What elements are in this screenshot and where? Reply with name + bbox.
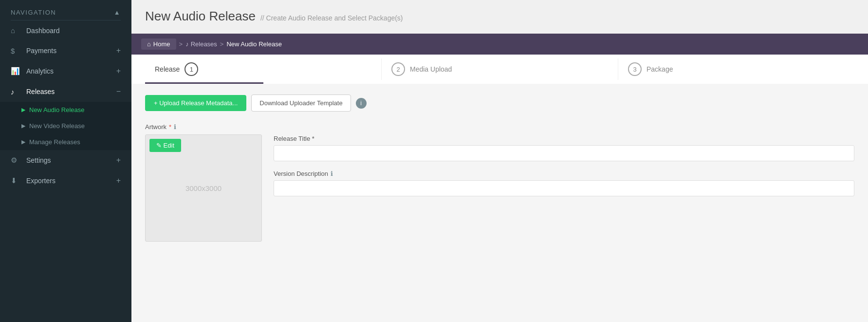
breadcrumb: ⌂ Home > ♪ Releases > New Audio Release xyxy=(131,34,868,55)
form-area: Artwork * ℹ ✎ Edit 3000x3000 Release Tit… xyxy=(145,123,854,242)
settings-icon: ⚙ xyxy=(11,156,20,165)
download-template-button[interactable]: Download Uploader Template xyxy=(251,95,351,112)
stepper-step-release[interactable]: Release 1 xyxy=(145,55,381,84)
release-title-input[interactable] xyxy=(274,145,854,161)
sidebar-submenu-releases: ▶ New Audio Release ▶ New Video Release … xyxy=(0,102,131,150)
artwork-dimensions: 3000x3000 xyxy=(185,184,222,192)
exporters-icon: ⬇ xyxy=(11,176,20,185)
breadcrumb-sep-1: > xyxy=(179,40,183,48)
sidebar-item-new-audio-release[interactable]: ▶ New Audio Release xyxy=(0,102,131,118)
upload-metadata-button[interactable]: + Upload Release Metadata... xyxy=(145,95,246,111)
nav-toggle-icon[interactable]: ▲ xyxy=(114,9,121,16)
stepper-step-media-upload[interactable]: 2 Media Upload xyxy=(382,55,618,84)
stepper-bar: Release 1 2 Media Upload 3 Package xyxy=(131,55,868,84)
step-media-num: 2 xyxy=(391,62,405,76)
page-header: New Audio Release // Create Audio Releas… xyxy=(131,0,868,34)
releases-toggle[interactable]: − xyxy=(116,87,121,96)
settings-toggle[interactable]: + xyxy=(116,156,121,165)
step-release-num: 1 xyxy=(185,62,198,76)
sidebar-item-exporters[interactable]: ⬇ Exporters + xyxy=(0,170,131,191)
breadcrumb-releases-link[interactable]: ♪ Releases xyxy=(185,40,217,48)
music-icon-breadcrumb: ♪ xyxy=(185,40,189,48)
breadcrumb-home-label: Home xyxy=(153,40,170,48)
payments-icon: $ xyxy=(11,47,20,55)
sidebar-item-manage-releases[interactable]: ▶ Manage Releases xyxy=(0,134,131,150)
artwork-box: ✎ Edit 3000x3000 xyxy=(145,134,262,242)
sidebar-item-dashboard[interactable]: ⌂ Dashboard xyxy=(0,20,131,40)
sidebar-item-label-settings: Settings xyxy=(26,156,116,164)
sidebar-item-new-video-release[interactable]: ▶ New Video Release xyxy=(0,118,131,134)
step-media-label: Media Upload xyxy=(410,65,452,73)
sidebar-item-releases[interactable]: ♪ Releases − xyxy=(0,81,131,102)
nav-label-text: NAVIGATION xyxy=(11,9,56,16)
artwork-section: Artwork * ℹ ✎ Edit 3000x3000 xyxy=(145,123,262,242)
stepper-progress xyxy=(145,82,263,84)
sidebar-item-payments[interactable]: $ Payments + xyxy=(0,40,131,61)
breadcrumb-current: New Audio Release xyxy=(226,40,281,48)
release-title-group: Release Title * xyxy=(274,135,854,161)
step-package-num: 3 xyxy=(628,62,642,76)
breadcrumb-home[interactable]: ⌂ Home xyxy=(141,38,176,50)
sidebar-item-analytics[interactable]: 📊 Analytics + xyxy=(0,61,131,81)
sidebar-item-label-exporters: Exporters xyxy=(26,177,116,185)
artwork-info-icon[interactable]: ℹ xyxy=(174,123,176,131)
artwork-label: Artwork * ℹ xyxy=(145,123,262,131)
page-subtitle: // Create Audio Release and Select Packa… xyxy=(260,14,403,22)
version-desc-group: Version Description ℹ xyxy=(274,170,854,196)
artwork-required: * xyxy=(169,123,171,131)
payments-toggle[interactable]: + xyxy=(116,46,121,55)
release-title-label: Release Title * xyxy=(274,135,854,142)
sidebar-item-settings[interactable]: ⚙ Settings + xyxy=(0,150,131,170)
toolbar: + Upload Release Metadata... Download Up… xyxy=(145,95,854,112)
sidebar-subitem-label-audio: New Audio Release xyxy=(29,106,84,114)
home-icon: ⌂ xyxy=(11,26,20,35)
version-desc-info-icon[interactable]: ℹ xyxy=(331,170,333,177)
step-package-label: Package xyxy=(646,65,673,73)
sidebar-nav-label: NAVIGATION ▲ xyxy=(0,0,131,20)
sub-arrow-audio: ▶ xyxy=(21,107,25,113)
sidebar: NAVIGATION ▲ ⌂ Dashboard $ Payments + 📊 … xyxy=(0,0,131,322)
breadcrumb-sep-2: > xyxy=(220,40,224,48)
sidebar-item-label-dashboard: Dashboard xyxy=(26,27,121,35)
main-content: New Audio Release // Create Audio Releas… xyxy=(131,0,868,322)
step-release-label: Release xyxy=(155,65,180,73)
exporters-toggle[interactable]: + xyxy=(116,176,121,185)
version-desc-label-text: Version Description xyxy=(274,170,328,177)
sidebar-subitem-label-video: New Video Release xyxy=(29,122,85,130)
version-desc-input[interactable] xyxy=(274,180,854,196)
form-fields: Release Title * Version Description ℹ xyxy=(274,123,854,205)
breadcrumb-releases-label: Releases xyxy=(191,40,217,48)
sub-arrow-video: ▶ xyxy=(21,123,25,129)
sub-arrow-manage: ▶ xyxy=(21,139,25,145)
sidebar-item-label-releases: Releases xyxy=(26,88,116,95)
home-icon-breadcrumb: ⌂ xyxy=(147,40,151,48)
releases-icon: ♪ xyxy=(11,88,20,96)
stepper-step-package[interactable]: 3 Package xyxy=(618,55,854,84)
page-title: New Audio Release xyxy=(145,9,256,24)
content-area: + Upload Release Metadata... Download Up… xyxy=(131,84,868,322)
analytics-toggle[interactable]: + xyxy=(116,67,121,76)
artwork-label-text: Artwork xyxy=(145,123,166,131)
sidebar-item-label-analytics: Analytics xyxy=(26,67,116,75)
analytics-icon: 📊 xyxy=(11,67,20,76)
toolbar-info-icon[interactable]: i xyxy=(356,98,367,109)
sidebar-subitem-label-manage: Manage Releases xyxy=(29,138,80,146)
sidebar-item-label-payments: Payments xyxy=(26,47,116,55)
edit-artwork-button[interactable]: ✎ Edit xyxy=(149,139,181,152)
version-desc-label: Version Description ℹ xyxy=(274,170,854,177)
